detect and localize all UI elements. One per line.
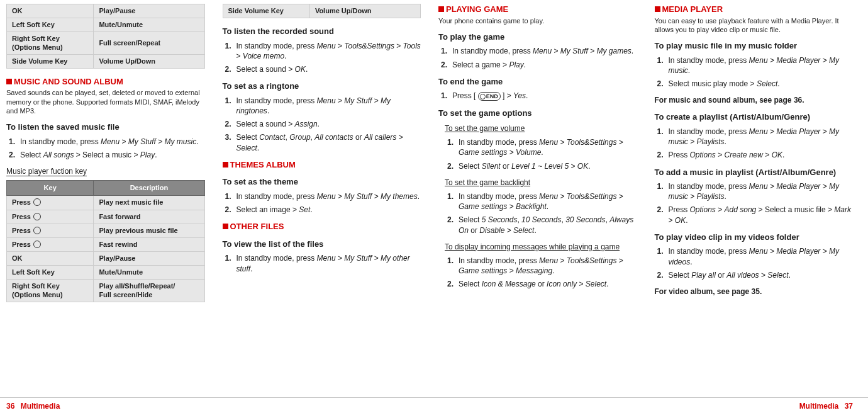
nav-circle-icon bbox=[33, 213, 41, 220]
table-row: Right Soft Key(Options Menu)Full screen/… bbox=[7, 32, 205, 54]
game-volume-list: 1.In standby mode, press Menu > Tools&Se… bbox=[445, 137, 637, 171]
table-row: Left Soft KeyMute/Unmute bbox=[7, 266, 205, 280]
red-square-icon bbox=[223, 224, 228, 229]
list-item: 1.In standby mode, press Menu > My Stuff… bbox=[223, 96, 421, 116]
desc-cell: Fast rewind bbox=[94, 237, 204, 251]
desc-cell: Play all/Shuffle/Repeat/Full screen/Hide bbox=[94, 280, 204, 302]
play-game-list: 1.In standby mode, press Menu > My Stuff… bbox=[438, 46, 637, 69]
page-number-right: 37 bbox=[845, 402, 853, 411]
red-square-icon bbox=[438, 6, 444, 12]
desc-cell: Fast forward bbox=[94, 210, 204, 224]
footer-right: Multimedia 37 bbox=[799, 402, 853, 411]
end-button-icon: END bbox=[478, 92, 501, 101]
column-3: PLAYING GAME Your phone contains game to… bbox=[438, 4, 637, 395]
set-ringtone-heading: To set as a ringtone bbox=[223, 81, 421, 92]
playing-game-desc: Your phone contains game to play. bbox=[438, 16, 637, 25]
page-container: OKPlay/PauseLeft Soft KeyMute/UnmuteRigh… bbox=[0, 0, 868, 395]
key-cell: OK bbox=[7, 252, 94, 266]
list-item: 1.In standby mode, press Menu > Media Pl… bbox=[655, 55, 854, 76]
key-cell: Press bbox=[7, 210, 94, 224]
list-item: 2.Select Icon & Message or Icon only > S… bbox=[445, 279, 637, 289]
list-item: 2.Select music play mode > Select. bbox=[655, 79, 854, 89]
end-game-text-pre: Press [ bbox=[452, 91, 476, 100]
play-video-folder-heading: To play video clip in my videos folder bbox=[655, 232, 854, 243]
page-number-left: 36 bbox=[6, 402, 14, 411]
themes-album-heading: THEMES ALBUM bbox=[223, 159, 421, 171]
play-music-folder-heading: To play music file in my music folder bbox=[655, 40, 854, 52]
column-1: OKPlay/PauseLeft Soft KeyMute/UnmuteRigh… bbox=[6, 4, 205, 395]
desc-cell: Full screen/Repeat bbox=[94, 32, 204, 54]
list-item: 2.Select Play all or All videos > Select… bbox=[655, 270, 854, 280]
desc-cell: Mute/Unmute bbox=[94, 266, 204, 280]
game-messages-heading: To display incoming messages while playi… bbox=[445, 242, 637, 252]
set-theme-heading: To set as the theme bbox=[223, 176, 421, 188]
key-cell: Press bbox=[7, 224, 94, 237]
other-files-heading: OTHER FILES bbox=[223, 221, 421, 232]
table-row: Press Play previous music file bbox=[7, 224, 205, 237]
table-header-desc: Description bbox=[94, 181, 204, 196]
listen-recorded-list: 1.In standby mode, press Menu > Tools&Se… bbox=[223, 41, 421, 75]
column-4: MEDIA PLAYER You can easy to use playbac… bbox=[655, 4, 854, 395]
video-album-note: For video album, see page 35. bbox=[655, 287, 854, 297]
list-item: 2.Select All songs > Select a music > Pl… bbox=[6, 150, 205, 160]
table-row: Press Fast forward bbox=[7, 210, 205, 224]
red-square-icon bbox=[223, 162, 228, 167]
list-item: 2.Select an image > Set. bbox=[223, 205, 421, 215]
media-player-desc: You can easy to use playback feature wit… bbox=[655, 16, 854, 35]
create-playlist-heading: To create a playlist (Artist/Album/Genre… bbox=[655, 111, 854, 123]
footer-left: 36 Multimedia bbox=[6, 402, 60, 411]
nav-circle-icon bbox=[33, 227, 41, 234]
listen-saved-list: 1.In standby mode, press Menu > My Stuff… bbox=[6, 137, 205, 160]
add-music-playlist-list: 1.In standby mode, press Menu > Media Pl… bbox=[655, 181, 854, 225]
music-album-note: For music and sound album, see page 36. bbox=[655, 95, 854, 105]
table-row: Press Play next music file bbox=[7, 196, 205, 210]
list-item: 2.Select a game > Play. bbox=[438, 60, 637, 70]
play-video-folder-list: 1.In standby mode, press Menu > Media Pl… bbox=[655, 246, 854, 280]
play-music-folder-list: 1.In standby mode, press Menu > Media Pl… bbox=[655, 55, 854, 89]
key-cell: Side Volume Key bbox=[7, 54, 94, 68]
view-files-heading: To view the list of the files bbox=[223, 239, 421, 250]
desc-cell: Volume Up/Down bbox=[309, 4, 420, 18]
key-cell: Right Soft Key(Options Menu) bbox=[7, 280, 94, 302]
table-row: Right Soft Key(Options Menu)Play all/Shu… bbox=[7, 280, 205, 302]
key-cell: Left Soft Key bbox=[7, 266, 94, 280]
desc-cell: Mute/Unmute bbox=[94, 18, 204, 32]
list-item: 1.In standby mode, press Menu > Media Pl… bbox=[655, 127, 854, 147]
playing-game-heading: PLAYING GAME bbox=[438, 4, 637, 15]
game-options-heading: To set the game options bbox=[438, 108, 637, 119]
list-item: 1.In standby mode, press Menu > Tools&Se… bbox=[223, 41, 421, 61]
list-item: 1.In standby mode, press Menu > Media Pl… bbox=[655, 246, 854, 266]
play-game-heading: To play the game bbox=[438, 31, 637, 43]
set-ringtone-list: 1.In standby mode, press Menu > My Stuff… bbox=[223, 96, 421, 153]
key-cell: Right Soft Key(Options Menu) bbox=[7, 32, 94, 54]
key-cell: Left Soft Key bbox=[7, 18, 94, 32]
red-square-icon bbox=[6, 79, 12, 84]
desc-cell: Play previous music file bbox=[94, 224, 204, 237]
list-item: 1.In standby mode, press Menu > My Stuff… bbox=[223, 191, 421, 201]
game-messages-list: 1.In standby mode, press Menu > Tools&Se… bbox=[445, 256, 637, 290]
table-row: OKPlay/Pause bbox=[7, 4, 205, 18]
set-theme-list: 1.In standby mode, press Menu > My Stuff… bbox=[223, 191, 421, 215]
table-header-key: Key bbox=[7, 181, 94, 196]
game-backlight-list: 1.In standby mode, press Menu > Tools&Se… bbox=[445, 191, 637, 236]
end-game-list: 1.Press [ END ] > Yes. bbox=[438, 91, 637, 101]
table-row: Press Fast rewind bbox=[7, 237, 205, 251]
key-cell: Press bbox=[7, 237, 94, 251]
game-volume-heading: To set the game volume bbox=[445, 123, 637, 133]
add-music-playlist-heading: To add a music in playlist (Artist/Album… bbox=[655, 167, 854, 178]
nav-circle-icon bbox=[33, 198, 41, 206]
desc-cell: Volume Up/Down bbox=[94, 54, 204, 68]
list-item: 1.In standby mode, press Menu > Tools&Se… bbox=[445, 256, 637, 276]
table-row: Side Volume KeyVolume Up/Down bbox=[7, 54, 205, 68]
game-backlight-heading: To set the game backlight bbox=[445, 178, 637, 188]
desc-cell: Play/Pause bbox=[94, 252, 204, 266]
list-item: 1.In standby mode, press Menu > My Stuff… bbox=[6, 137, 205, 147]
music-sound-album-desc: Saved sounds can be played, set, deleted… bbox=[6, 88, 205, 115]
list-item: 1.In standby mode, press Menu > Media Pl… bbox=[655, 181, 854, 201]
end-game-heading: To end the game bbox=[438, 76, 637, 88]
media-player-heading: MEDIA PLAYER bbox=[655, 4, 854, 15]
create-playlist-list: 1.In standby mode, press Menu > Media Pl… bbox=[655, 127, 854, 161]
nav-circle-icon bbox=[33, 241, 41, 248]
list-item: 1.Press [ END ] > Yes. bbox=[438, 91, 637, 101]
list-item: 1.In standby mode, press Menu > Tools&Se… bbox=[445, 191, 637, 212]
